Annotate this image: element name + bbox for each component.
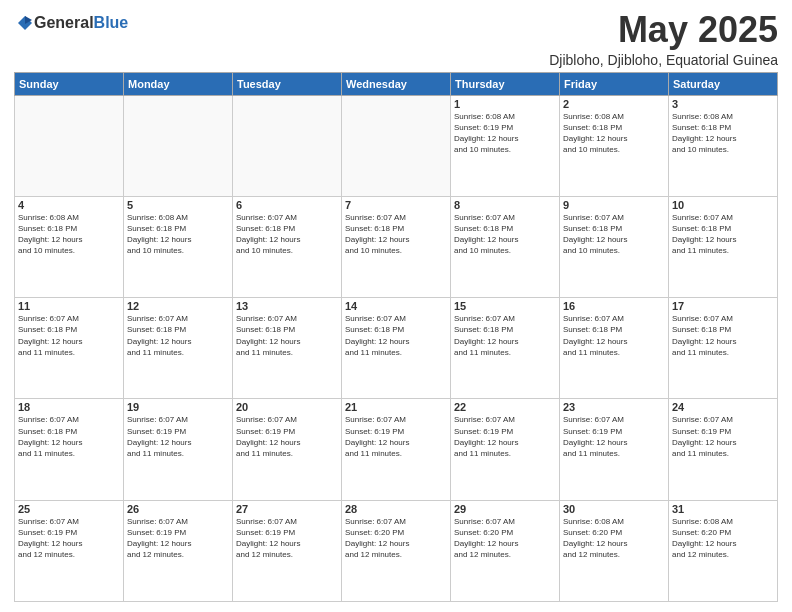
table-row: 18Sunrise: 6:07 AMSunset: 6:18 PMDayligh… — [15, 399, 124, 500]
day-info: Sunrise: 6:07 AMSunset: 6:18 PMDaylight:… — [454, 212, 556, 257]
col-friday: Friday — [560, 72, 669, 95]
table-row — [233, 95, 342, 196]
table-row: 2Sunrise: 6:08 AMSunset: 6:18 PMDaylight… — [560, 95, 669, 196]
col-thursday: Thursday — [451, 72, 560, 95]
day-info: Sunrise: 6:07 AMSunset: 6:19 PMDaylight:… — [454, 414, 556, 459]
calendar-week-row: 4Sunrise: 6:08 AMSunset: 6:18 PMDaylight… — [15, 196, 778, 297]
table-row: 27Sunrise: 6:07 AMSunset: 6:19 PMDayligh… — [233, 500, 342, 601]
day-number: 13 — [236, 300, 338, 312]
day-info: Sunrise: 6:08 AMSunset: 6:18 PMDaylight:… — [18, 212, 120, 257]
day-info: Sunrise: 6:07 AMSunset: 6:19 PMDaylight:… — [563, 414, 665, 459]
day-info: Sunrise: 6:07 AMSunset: 6:18 PMDaylight:… — [563, 313, 665, 358]
table-row: 6Sunrise: 6:07 AMSunset: 6:18 PMDaylight… — [233, 196, 342, 297]
table-row: 28Sunrise: 6:07 AMSunset: 6:20 PMDayligh… — [342, 500, 451, 601]
table-row: 11Sunrise: 6:07 AMSunset: 6:18 PMDayligh… — [15, 298, 124, 399]
table-row: 5Sunrise: 6:08 AMSunset: 6:18 PMDaylight… — [124, 196, 233, 297]
day-info: Sunrise: 6:08 AMSunset: 6:18 PMDaylight:… — [672, 111, 774, 156]
col-monday: Monday — [124, 72, 233, 95]
table-row: 15Sunrise: 6:07 AMSunset: 6:18 PMDayligh… — [451, 298, 560, 399]
col-saturday: Saturday — [669, 72, 778, 95]
table-row: 30Sunrise: 6:08 AMSunset: 6:20 PMDayligh… — [560, 500, 669, 601]
day-number: 18 — [18, 401, 120, 413]
calendar-week-row: 18Sunrise: 6:07 AMSunset: 6:18 PMDayligh… — [15, 399, 778, 500]
table-row: 3Sunrise: 6:08 AMSunset: 6:18 PMDaylight… — [669, 95, 778, 196]
day-info: Sunrise: 6:07 AMSunset: 6:18 PMDaylight:… — [18, 313, 120, 358]
logo-general: General — [34, 14, 94, 31]
day-info: Sunrise: 6:07 AMSunset: 6:19 PMDaylight:… — [236, 414, 338, 459]
table-row: 8Sunrise: 6:07 AMSunset: 6:18 PMDaylight… — [451, 196, 560, 297]
title-block: May 2025 Djibloho, Djibloho, Equatorial … — [549, 10, 778, 68]
day-info: Sunrise: 6:07 AMSunset: 6:18 PMDaylight:… — [236, 212, 338, 257]
table-row: 13Sunrise: 6:07 AMSunset: 6:18 PMDayligh… — [233, 298, 342, 399]
logo: GeneralBlue — [14, 14, 128, 32]
location: Djibloho, Djibloho, Equatorial Guinea — [549, 52, 778, 68]
day-number: 24 — [672, 401, 774, 413]
table-row: 9Sunrise: 6:07 AMSunset: 6:18 PMDaylight… — [560, 196, 669, 297]
table-row: 19Sunrise: 6:07 AMSunset: 6:19 PMDayligh… — [124, 399, 233, 500]
calendar-week-row: 25Sunrise: 6:07 AMSunset: 6:19 PMDayligh… — [15, 500, 778, 601]
table-row: 1Sunrise: 6:08 AMSunset: 6:19 PMDaylight… — [451, 95, 560, 196]
logo-icon — [16, 14, 34, 32]
day-info: Sunrise: 6:07 AMSunset: 6:18 PMDaylight:… — [345, 313, 447, 358]
day-info: Sunrise: 6:07 AMSunset: 6:19 PMDaylight:… — [127, 516, 229, 561]
page: GeneralBlue May 2025 Djibloho, Djibloho,… — [0, 0, 792, 612]
day-number: 5 — [127, 199, 229, 211]
day-info: Sunrise: 6:07 AMSunset: 6:19 PMDaylight:… — [127, 414, 229, 459]
table-row: 10Sunrise: 6:07 AMSunset: 6:18 PMDayligh… — [669, 196, 778, 297]
day-info: Sunrise: 6:07 AMSunset: 6:18 PMDaylight:… — [454, 313, 556, 358]
col-wednesday: Wednesday — [342, 72, 451, 95]
calendar-week-row: 1Sunrise: 6:08 AMSunset: 6:19 PMDaylight… — [15, 95, 778, 196]
day-number: 23 — [563, 401, 665, 413]
day-info: Sunrise: 6:08 AMSunset: 6:20 PMDaylight:… — [563, 516, 665, 561]
table-row: 17Sunrise: 6:07 AMSunset: 6:18 PMDayligh… — [669, 298, 778, 399]
table-row: 12Sunrise: 6:07 AMSunset: 6:18 PMDayligh… — [124, 298, 233, 399]
table-row: 4Sunrise: 6:08 AMSunset: 6:18 PMDaylight… — [15, 196, 124, 297]
day-number: 31 — [672, 503, 774, 515]
day-number: 15 — [454, 300, 556, 312]
day-number: 11 — [18, 300, 120, 312]
day-number: 19 — [127, 401, 229, 413]
calendar-week-row: 11Sunrise: 6:07 AMSunset: 6:18 PMDayligh… — [15, 298, 778, 399]
day-info: Sunrise: 6:07 AMSunset: 6:20 PMDaylight:… — [345, 516, 447, 561]
day-number: 2 — [563, 98, 665, 110]
table-row — [342, 95, 451, 196]
day-number: 17 — [672, 300, 774, 312]
day-info: Sunrise: 6:07 AMSunset: 6:18 PMDaylight:… — [345, 212, 447, 257]
day-number: 29 — [454, 503, 556, 515]
day-number: 20 — [236, 401, 338, 413]
day-number: 25 — [18, 503, 120, 515]
day-info: Sunrise: 6:07 AMSunset: 6:18 PMDaylight:… — [672, 313, 774, 358]
header: GeneralBlue May 2025 Djibloho, Djibloho,… — [14, 10, 778, 68]
month-year: May 2025 — [549, 10, 778, 50]
logo-text: GeneralBlue — [34, 14, 128, 32]
day-number: 12 — [127, 300, 229, 312]
day-info: Sunrise: 6:07 AMSunset: 6:19 PMDaylight:… — [672, 414, 774, 459]
day-info: Sunrise: 6:07 AMSunset: 6:19 PMDaylight:… — [345, 414, 447, 459]
day-number: 10 — [672, 199, 774, 211]
table-row: 24Sunrise: 6:07 AMSunset: 6:19 PMDayligh… — [669, 399, 778, 500]
table-row: 16Sunrise: 6:07 AMSunset: 6:18 PMDayligh… — [560, 298, 669, 399]
day-number: 14 — [345, 300, 447, 312]
day-number: 21 — [345, 401, 447, 413]
day-number: 28 — [345, 503, 447, 515]
day-number: 22 — [454, 401, 556, 413]
day-info: Sunrise: 6:08 AMSunset: 6:18 PMDaylight:… — [127, 212, 229, 257]
table-row: 20Sunrise: 6:07 AMSunset: 6:19 PMDayligh… — [233, 399, 342, 500]
day-info: Sunrise: 6:07 AMSunset: 6:20 PMDaylight:… — [454, 516, 556, 561]
day-info: Sunrise: 6:08 AMSunset: 6:18 PMDaylight:… — [563, 111, 665, 156]
day-number: 27 — [236, 503, 338, 515]
day-info: Sunrise: 6:07 AMSunset: 6:18 PMDaylight:… — [18, 414, 120, 459]
table-row: 31Sunrise: 6:08 AMSunset: 6:20 PMDayligh… — [669, 500, 778, 601]
table-row: 22Sunrise: 6:07 AMSunset: 6:19 PMDayligh… — [451, 399, 560, 500]
day-info: Sunrise: 6:08 AMSunset: 6:19 PMDaylight:… — [454, 111, 556, 156]
table-row: 7Sunrise: 6:07 AMSunset: 6:18 PMDaylight… — [342, 196, 451, 297]
day-info: Sunrise: 6:08 AMSunset: 6:20 PMDaylight:… — [672, 516, 774, 561]
day-info: Sunrise: 6:07 AMSunset: 6:18 PMDaylight:… — [127, 313, 229, 358]
logo-blue: Blue — [94, 14, 129, 31]
day-number: 26 — [127, 503, 229, 515]
table-row — [124, 95, 233, 196]
table-row: 21Sunrise: 6:07 AMSunset: 6:19 PMDayligh… — [342, 399, 451, 500]
day-info: Sunrise: 6:07 AMSunset: 6:19 PMDaylight:… — [236, 516, 338, 561]
day-number: 9 — [563, 199, 665, 211]
col-sunday: Sunday — [15, 72, 124, 95]
